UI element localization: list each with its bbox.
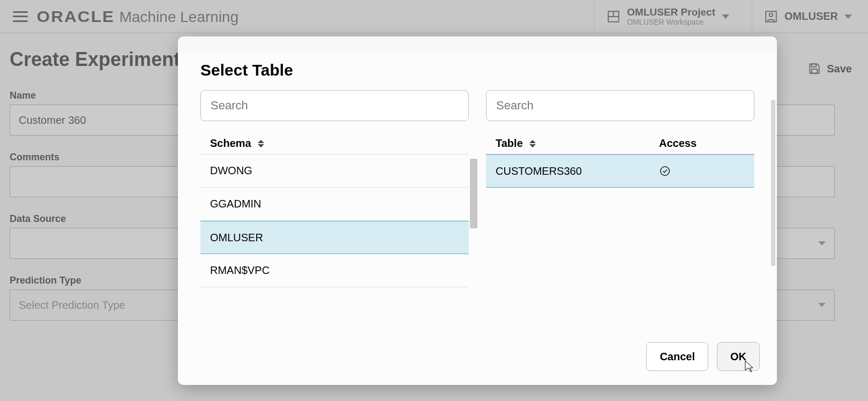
- schema-row[interactable]: DWONG: [200, 154, 469, 188]
- ok-button[interactable]: OK: [717, 342, 760, 371]
- table-column: Table Access CUSTOMERS360: [486, 90, 754, 287]
- table-name: CUSTOMERS360: [496, 165, 659, 177]
- schema-row[interactable]: GGADMIN: [200, 188, 469, 221]
- schema-name: RMAN$VPC: [210, 264, 270, 277]
- cancel-button[interactable]: Cancel: [646, 342, 708, 371]
- schema-search-input[interactable]: [200, 90, 469, 121]
- dialog-footer: Cancel OK: [646, 342, 760, 371]
- schema-name: OMLUSER: [210, 232, 263, 244]
- dialog-drag-handle[interactable]: [178, 36, 777, 53]
- sort-icon[interactable]: [529, 139, 537, 148]
- schema-scrollbar[interactable]: [470, 159, 477, 228]
- schema-row[interactable]: OMLUSER: [200, 221, 469, 254]
- svg-point-7: [661, 167, 670, 176]
- table-list: Table Access CUSTOMERS360: [486, 137, 754, 188]
- cursor-icon: [742, 360, 753, 374]
- schema-header-label[interactable]: Schema: [210, 137, 251, 150]
- schema-row[interactable]: RMAN$VPC: [200, 254, 469, 287]
- schema-name: GGADMIN: [210, 198, 261, 210]
- access-check-icon: [659, 165, 671, 177]
- schema-list: Schema DWONGGGADMINOMLUSERRMAN$VPC: [200, 137, 469, 287]
- table-header-label[interactable]: Table: [496, 137, 523, 150]
- schema-column: Schema DWONGGGADMINOMLUSERRMAN$VPC: [200, 90, 469, 287]
- modal-overlay: Select Table Schema DWONGGGADMINOMLUSERR…: [0, 0, 868, 401]
- select-table-dialog: Select Table Schema DWONGGGADMINOMLUSERR…: [178, 36, 777, 385]
- sort-icon[interactable]: [258, 139, 265, 148]
- dialog-title: Select Table: [200, 61, 754, 79]
- table-search-input[interactable]: [486, 90, 754, 121]
- schema-name: DWONG: [210, 165, 252, 177]
- access-header-label: Access: [659, 137, 745, 150]
- table-row[interactable]: CUSTOMERS360: [486, 154, 754, 188]
